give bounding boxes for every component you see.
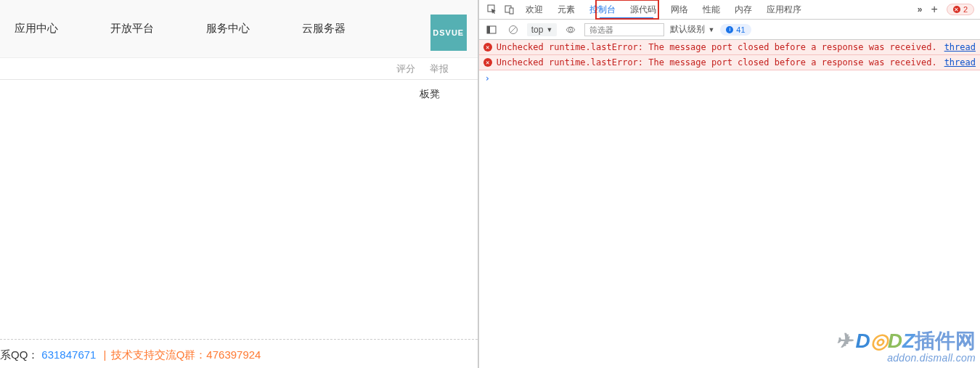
- sub-actions-bar: 评分 举报: [0, 58, 478, 80]
- context-label: top: [531, 25, 544, 35]
- clear-console-icon[interactable]: [505, 22, 521, 38]
- qq-number[interactable]: 631847671: [41, 348, 96, 361]
- bench-label: 板凳: [420, 88, 440, 101]
- svg-point-8: [570, 29, 571, 30]
- devtools-panel: 欢迎 元素 控制台 源代码 网络 性能 内存 应用程序 » + ✕ 2 top …: [478, 0, 980, 368]
- prompt-caret-icon: ›: [485, 73, 490, 83]
- log-level-label: 默认级别: [670, 23, 705, 36]
- svg-rect-4: [487, 26, 490, 33]
- devtools-tab-bar: 欢迎 元素 控制台 源代码 网络 性能 内存 应用程序 » + ✕ 2: [479, 0, 980, 20]
- error-icon: ✕: [483, 58, 492, 67]
- live-expression-icon[interactable]: [563, 22, 579, 38]
- info-icon: i: [726, 26, 733, 33]
- tab-elements[interactable]: 元素: [550, 0, 582, 19]
- main-nav: 应用中心 开放平台 服务中心 云服务器 DSVUE: [0, 0, 478, 58]
- tab-performance[interactable]: 性能: [695, 0, 727, 19]
- console-output: ✕ Unchecked runtime.lastError: The messa…: [479, 40, 980, 368]
- console-filter-bar: top ▼ 默认级别 ▼ i 41: [479, 20, 980, 40]
- reply-position-row: 板凳: [0, 80, 478, 109]
- source-link[interactable]: thread: [944, 57, 976, 68]
- chevron-down-icon: ▼: [546, 26, 552, 33]
- support-group-number[interactable]: 476397924: [206, 348, 261, 361]
- inspect-element-icon[interactable]: [483, 0, 501, 19]
- chevron-down-icon: ▼: [708, 26, 714, 33]
- error-message: Unchecked runtime.lastError: The message…: [497, 57, 937, 68]
- support-label: 技术支持交流Q群：: [111, 348, 207, 361]
- nav-app-center[interactable]: 应用中心: [15, 22, 58, 36]
- tab-memory[interactable]: 内存: [727, 0, 759, 19]
- error-icon: ✕: [483, 43, 492, 52]
- context-selector[interactable]: top ▼: [527, 23, 558, 36]
- footer-divider: [0, 339, 478, 340]
- tab-welcome[interactable]: 欢迎: [518, 0, 550, 19]
- error-count-badge[interactable]: ✕ 2: [947, 4, 974, 15]
- error-count-value: 2: [963, 5, 968, 14]
- brand-logo[interactable]: DSVUE: [430, 15, 467, 51]
- footer-separator: |: [104, 348, 107, 361]
- svg-rect-2: [510, 8, 513, 14]
- hidden-messages-badge[interactable]: i 41: [720, 24, 751, 36]
- console-error-row[interactable]: ✕ Unchecked runtime.lastError: The messa…: [479, 55, 980, 70]
- hidden-count-value: 41: [736, 25, 745, 34]
- source-link[interactable]: thread: [944, 42, 976, 52]
- rate-link[interactable]: 评分: [396, 62, 415, 75]
- nav-open-platform[interactable]: 开放平台: [110, 22, 154, 36]
- console-prompt[interactable]: ›: [479, 70, 980, 86]
- qq-label: 系QQ：: [0, 348, 38, 361]
- tab-sources[interactable]: 源代码: [623, 0, 663, 19]
- footer-contact: 系QQ：631847671 | 技术支持交流Q群：476397924: [0, 348, 478, 362]
- log-level-selector[interactable]: 默认级别 ▼: [670, 23, 714, 36]
- toggle-sidebar-icon[interactable]: [483, 22, 499, 38]
- console-error-row[interactable]: ✕ Unchecked runtime.lastError: The messa…: [479, 40, 980, 55]
- nav-cloud-server[interactable]: 云服务器: [302, 22, 346, 36]
- nav-service-center[interactable]: 服务中心: [206, 22, 250, 36]
- error-icon: ✕: [953, 6, 960, 13]
- error-message: Unchecked runtime.lastError: The message…: [497, 42, 937, 52]
- report-link[interactable]: 举报: [430, 62, 449, 75]
- tab-application[interactable]: 应用程序: [759, 0, 809, 19]
- filter-input[interactable]: [584, 23, 664, 36]
- more-tabs-icon[interactable]: »: [918, 4, 923, 15]
- active-tab-indicator: [600, 17, 653, 19]
- svg-line-6: [510, 27, 516, 33]
- new-tab-icon[interactable]: +: [931, 3, 938, 16]
- tab-console[interactable]: 控制台: [582, 0, 623, 19]
- tab-network[interactable]: 网络: [663, 0, 695, 19]
- device-toggle-icon[interactable]: [501, 0, 518, 19]
